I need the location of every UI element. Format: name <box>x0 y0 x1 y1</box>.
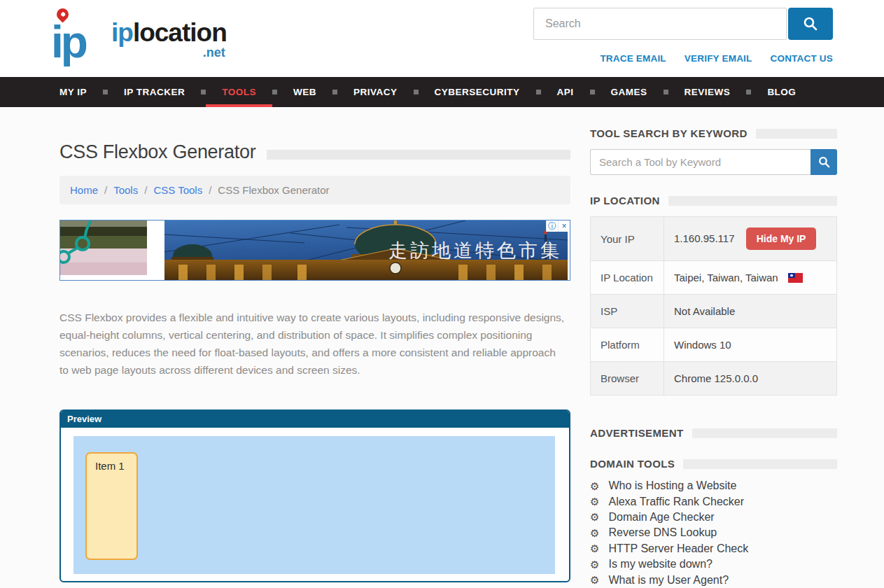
nav-separator <box>103 90 108 94</box>
advertisement-heading: ADVERTISEMENT <box>590 427 837 439</box>
nav-separator <box>590 90 595 94</box>
logo-wordmark: iplocation .net <box>111 20 227 46</box>
nav-separator <box>332 90 337 94</box>
tool-search-input[interactable] <box>590 149 811 175</box>
logo-word-ip: ip <box>111 18 133 47</box>
gear-icon: ⚙ <box>590 575 599 585</box>
nav-separator <box>746 90 751 94</box>
preview-panel-header: Preview <box>61 411 569 428</box>
list-item[interactable]: ⚙ Domain Age Checker <box>590 510 837 525</box>
domain-tools-heading: DOMAIN TOOLS <box>590 458 837 470</box>
main-nav: MY IP IP TRACKER TOOLS WEB PRIVACY CYBER… <box>0 77 884 107</box>
list-item[interactable]: ⚙ Is my website down? <box>590 556 837 572</box>
sidebar: TOOL SEARCH BY KEYWORD IP LOCATION Your … <box>590 107 837 588</box>
nav-separator <box>536 90 541 94</box>
gear-icon: ⚙ <box>590 512 599 522</box>
title-decor-bar <box>267 150 570 160</box>
nav-item-privacy[interactable]: PRIVACY <box>337 77 414 107</box>
page-title: CSS Flexbox Generator <box>59 141 255 163</box>
nav-separator <box>664 90 668 94</box>
hide-my-ip-button[interactable]: Hide My IP <box>746 227 817 250</box>
gear-icon: ⚙ <box>590 559 599 570</box>
list-item[interactable]: ⚙ Who is Hosting a Website <box>590 478 837 493</box>
flexbox-preview-item: Item 1 <box>85 452 138 560</box>
isp-label: ISP <box>591 295 664 328</box>
browser-value: Chrome 125.0.0.0 <box>674 372 758 384</box>
verify-email-link[interactable]: VERIFY EMAIL <box>685 53 752 64</box>
title-row: CSS Flexbox Generator <box>59 141 570 163</box>
list-item[interactable]: ⚙ HTTP Server Header Check <box>590 541 837 556</box>
domain-tools-heading-label: DOMAIN TOOLS <box>590 458 675 470</box>
table-row: IP Location Taipei, Taiwan, Taiwan <box>591 261 837 295</box>
advertisement-heading-label: ADVERTISEMENT <box>590 427 684 439</box>
logo-tld: .net <box>203 46 225 59</box>
browser-label: Browser <box>591 362 664 396</box>
nav-item-blog[interactable]: BLOG <box>751 77 812 107</box>
preview-panel-body: Item 1 <box>61 428 569 582</box>
domain-tools-list: ⚙ Who is Hosting a Website ⚙ Alexa Traff… <box>590 478 837 588</box>
breadcrumb-home[interactable]: Home <box>70 184 98 196</box>
preview-panel: Preview Item 1 <box>59 410 570 582</box>
table-row: Your IP 1.160.95.117 Hide My IP <box>591 217 837 261</box>
nav-item-reviews[interactable]: REVIEWS <box>668 77 747 107</box>
ad-left-photo <box>60 220 147 275</box>
nav-item-games[interactable]: GAMES <box>595 77 664 107</box>
adchoices: ⓘ × <box>546 220 570 232</box>
gear-icon: ⚙ <box>590 543 599 554</box>
ad-info-icon[interactable]: ⓘ <box>546 220 558 232</box>
site-header: ip iplocation .net TRACE EMAIL VERIFY EM… <box>0 0 884 77</box>
header-links: TRACE EMAIL VERIFY EMAIL CONTACT US <box>600 53 833 64</box>
logo-word-location: location <box>133 18 227 47</box>
list-item[interactable]: ⚙ Reverse DNS Lookup <box>590 525 837 540</box>
ip-location-table: Your IP 1.160.95.117 Hide My IP IP Locat… <box>590 216 837 396</box>
nav-item-ip-tracker[interactable]: IP TRACKER <box>108 77 201 107</box>
site-logo[interactable]: ip iplocation .net <box>51 3 226 74</box>
heading-decor-bar <box>692 428 837 438</box>
table-row: ISP Not Available <box>591 295 837 328</box>
ip-location-heading: IP LOCATION <box>590 195 837 206</box>
nav-item-my-ip[interactable]: MY IP <box>43 77 103 107</box>
gear-icon: ⚙ <box>590 528 599 538</box>
gear-icon: ⚙ <box>590 481 599 491</box>
nav-separator <box>201 90 206 94</box>
trace-email-link[interactable]: TRACE EMAIL <box>600 53 666 64</box>
search-icon <box>818 155 831 169</box>
nav-item-tools[interactable]: TOOLS <box>206 77 272 107</box>
breadcrumb-tools[interactable]: Tools <box>113 184 138 196</box>
main-content: CSS Flexbox Generator Home / Tools / CSS… <box>59 107 570 582</box>
list-item[interactable]: ⚙ What is my User Agent? <box>590 572 837 587</box>
isp-value: Not Available <box>674 305 735 317</box>
ip-location-label: IP Location <box>591 261 664 295</box>
breadcrumb-separator: / <box>144 184 147 196</box>
logo-mark: ip <box>51 10 85 74</box>
tool-search-heading: TOOL SEARCH BY KEYWORD <box>590 127 837 139</box>
ip-location-heading-label: IP LOCATION <box>590 195 660 206</box>
your-ip-label: Your IP <box>591 217 664 261</box>
tool-search <box>590 149 837 175</box>
header-search <box>533 8 833 40</box>
tool-search-button[interactable] <box>811 149 837 175</box>
ad-gap <box>147 220 164 280</box>
ad-caption: 走訪地道特色市集 <box>388 239 562 261</box>
list-item[interactable]: ⚙ Alexa Traffic Rank Checker <box>590 493 837 509</box>
ip-location-value: Taipei, Taiwan, Taiwan <box>674 272 778 284</box>
ad-right-photo: 走訪地道特色市集 <box>164 220 568 280</box>
search-icon <box>802 15 819 32</box>
heading-decor-bar <box>683 459 837 469</box>
breadcrumb-css-tools[interactable]: CSS Tools <box>153 184 202 196</box>
ad-close-icon[interactable]: × <box>558 220 570 232</box>
contact-us-link[interactable]: CONTACT US <box>771 53 834 64</box>
heading-decor-bar <box>756 129 837 139</box>
taiwan-flag-icon <box>788 273 803 283</box>
flexbox-preview-container: Item 1 <box>73 436 555 574</box>
nav-item-cybersecurity[interactable]: CYBERSECURITY <box>419 77 536 107</box>
ad-banner[interactable]: 走訪地道特色市集 ⓘ × <box>59 220 570 281</box>
table-row: Browser Chrome 125.0.0.0 <box>591 362 837 396</box>
nav-item-web[interactable]: WEB <box>277 77 332 107</box>
gear-icon: ⚙ <box>590 496 599 507</box>
table-row: Platform Windows 10 <box>591 328 837 362</box>
heading-decor-bar <box>668 196 837 206</box>
header-search-button[interactable] <box>788 8 833 40</box>
header-search-input[interactable] <box>533 8 787 40</box>
nav-item-api[interactable]: API <box>541 77 590 107</box>
